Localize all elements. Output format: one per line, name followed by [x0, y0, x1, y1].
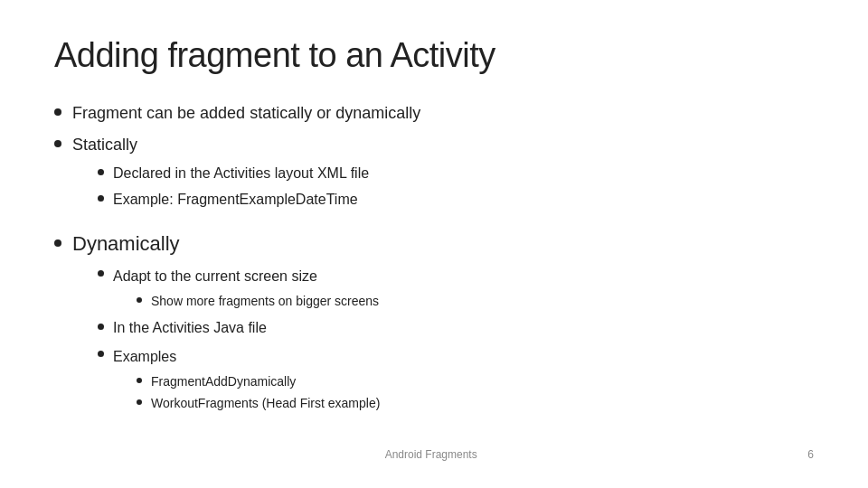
- bullet-dot: [98, 324, 104, 330]
- bullet-dot: [98, 169, 104, 175]
- bullet-statically-text: Statically: [72, 136, 137, 154]
- sub-adapt-text: Adapt to the current screen size: [113, 268, 317, 284]
- bullet-fragment-added: Fragment can be added statically or dyna…: [54, 100, 814, 127]
- footer-page: 6: [807, 448, 814, 461]
- sub-sub-show-text: Show more fragments on bigger screens: [151, 291, 379, 311]
- bullet-dot: [137, 399, 142, 405]
- examples-sub-list: FragmentAddDynamically WorkoutFragments …: [137, 371, 380, 414]
- sub-java: In the Activities Java file: [98, 316, 380, 340]
- sub-sub-workout: WorkoutFragments (Head First example): [137, 393, 380, 413]
- bullet-dynamically-text: Dynamically: [72, 232, 180, 255]
- sub-sub-add: FragmentAddDynamically: [137, 371, 380, 391]
- bullet-fragment-added-text: Fragment can be added statically or dyna…: [72, 100, 420, 127]
- sub-declared-text: Declared in the Activities layout XML fi…: [113, 162, 369, 185]
- bullet-dot: [137, 378, 142, 383]
- bullet-dot: [54, 140, 61, 147]
- slide: Adding fragment to an Activity Fragment …: [0, 0, 868, 488]
- slide-content: Fragment can be added statically or dyna…: [54, 100, 814, 439]
- slide-footer: Android Fragments 6: [54, 439, 814, 461]
- sub-example-static: Example: FragmentExampleDateTime: [98, 188, 369, 211]
- dynamically-sub-list: Adapt to the current screen size Show mo…: [98, 263, 380, 415]
- sub-sub-workout-text: WorkoutFragments (Head First example): [151, 393, 380, 413]
- bullet-dot: [54, 239, 61, 247]
- bullet-dot: [98, 195, 104, 202]
- sub-sub-show: Show more fragments on bigger screens: [137, 291, 379, 311]
- sub-sub-add-text: FragmentAddDynamically: [151, 371, 296, 391]
- slide-title: Adding fragment to an Activity: [54, 36, 814, 75]
- bullet-dot: [98, 270, 104, 277]
- bullet-dot: [54, 108, 61, 116]
- sub-examples: Examples FragmentAddDynamically WorkoutF…: [98, 343, 380, 416]
- sub-examples-text: Examples: [113, 349, 176, 364]
- bullet-dot: [98, 351, 104, 357]
- footer-center: Android Fragments: [385, 448, 477, 461]
- statically-sub-list: Declared in the Activities layout XML fi…: [98, 162, 369, 211]
- bullet-statically: Statically Declared in the Activities la…: [54, 132, 814, 215]
- sub-java-text: In the Activities Java file: [113, 316, 267, 340]
- sub-declared: Declared in the Activities layout XML fi…: [98, 162, 369, 185]
- sub-example-static-text: Example: FragmentExampleDateTime: [113, 188, 358, 211]
- bullet-dynamically: Dynamically Adapt to the current screen …: [54, 228, 814, 419]
- adapt-sub-list: Show more fragments on bigger screens: [137, 291, 379, 311]
- bullet-dot: [137, 297, 142, 303]
- sub-adapt: Adapt to the current screen size Show mo…: [98, 263, 380, 313]
